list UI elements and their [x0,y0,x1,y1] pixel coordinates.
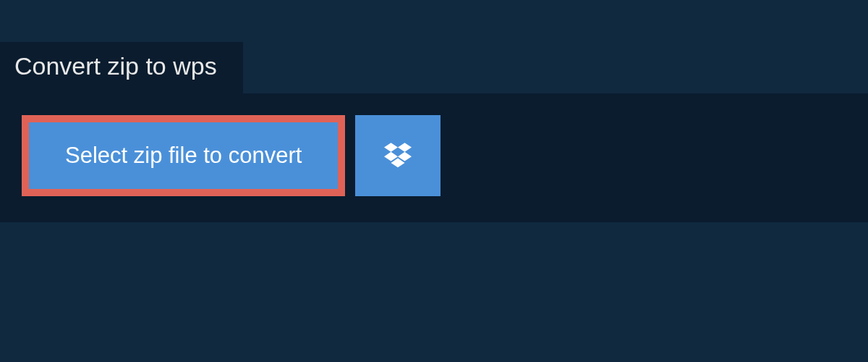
button-row: Select zip file to convert [22,115,868,196]
tab-convert[interactable]: Convert zip to wps [0,42,243,93]
select-file-button[interactable]: Select zip file to convert [22,115,345,196]
select-file-label: Select zip file to convert [65,143,302,169]
tab-bar: Convert zip to wps [0,0,868,93]
dropbox-icon [384,140,412,171]
convert-panel: Select zip file to convert [0,93,868,222]
dropbox-button[interactable] [355,115,441,196]
tab-label: Convert zip to wps [14,52,217,80]
